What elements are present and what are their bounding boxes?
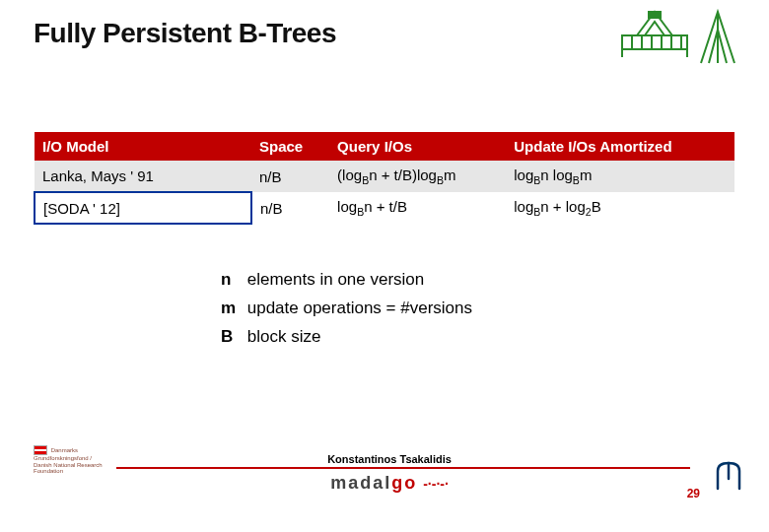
update-cell: logBn logBm [506,161,734,192]
bridge-tree-logo [617,8,745,71]
col-model: I/O Model [35,132,251,161]
au-logo [712,459,745,493]
slide: Fully Persistent B-Trees [0,0,769,532]
table-row: Lanka, Mays ' 91 n/B (logBn + t/B)logBm … [35,161,734,192]
page-number: 29 [687,487,700,500]
footer-rule [116,467,690,469]
col-update: Update I/Os Amortized [506,132,734,161]
space-cell: n/B [251,192,329,224]
query-cell: logBn + t/B [329,192,506,224]
col-query: Query I/Os [329,132,506,161]
legend-row: n elements in one version [221,266,735,295]
table-header-row: I/O Model Space Query I/Os Update I/Os A… [35,132,734,161]
svg-marker-9 [649,12,661,18]
ref-cell-highlight: [SODA ' 12] [35,192,251,224]
update-cell: logBn + log2B [506,192,734,224]
footer: Konstantinos Tsakalidis Danmarks Grundfo… [34,445,745,522]
author-name: Konstantinos Tsakalidis [34,453,745,465]
dots-icon: -·-·-· [423,476,449,492]
col-space: Space [251,132,329,161]
legend-row: m update operations = #versions [221,295,735,323]
flag-icon [34,445,47,455]
table-row: [SODA ' 12] n/B logBn + t/B logBn + log2… [35,192,734,224]
query-cell: (logBn + t/B)logBm [329,161,506,192]
legend: n elements in one version m update opera… [221,266,735,352]
legend-row: B block size [221,323,735,352]
complexity-table: I/O Model Space Query I/Os Update I/Os A… [34,132,735,225]
ref-cell: Lanka, Mays ' 91 [35,161,251,192]
madalgo-logo: madalgo-·-·-· [34,473,745,494]
space-cell: n/B [251,161,329,192]
